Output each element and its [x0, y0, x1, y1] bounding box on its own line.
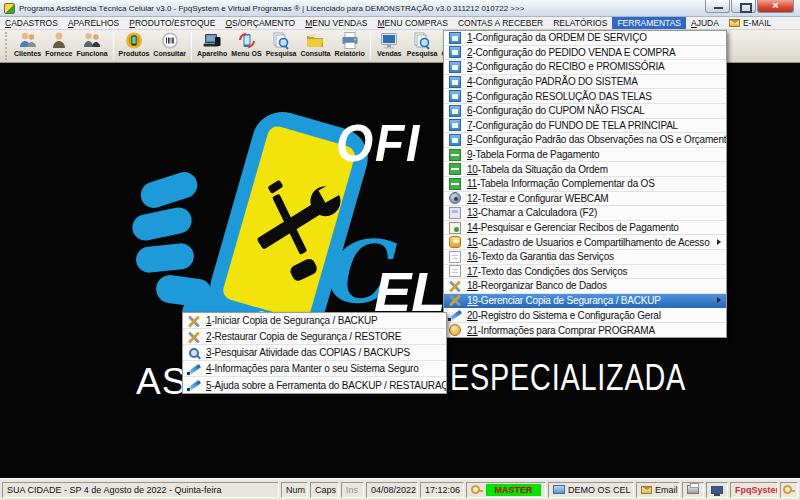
maximize-button[interactable] — [731, 0, 756, 13]
fornecedor-button[interactable]: Fornece — [43, 30, 74, 62]
menu-bar: CADASTROS APARELHOS PRODUTO/ESTOQUE OS/O… — [0, 17, 800, 30]
artwork-word-bottom-left: AS — [136, 361, 187, 403]
config-window-icon — [449, 32, 461, 44]
menu-item-gerenciar-backup[interactable]: 19-Gerenciar Copia de Segurança / BACKUP — [444, 294, 726, 309]
pen-icon — [188, 363, 200, 375]
menubar-item-relatorios[interactable]: RELATÓRIOS — [548, 17, 612, 29]
pen-icon — [188, 379, 200, 391]
users-access-icon — [449, 236, 461, 248]
window-title: Programa Assistência Técnica Celular v3.… — [19, 4, 524, 13]
menu-item-webcam[interactable]: 12-Testar e Configurar WEBCAM — [444, 192, 726, 207]
menu-item-config-pedido[interactable]: 2-Configuração do PEDIDO VENDA E COMPRA — [444, 46, 726, 61]
supplier-icon — [49, 31, 69, 50]
config-window-icon — [449, 61, 461, 73]
tools-icon — [449, 294, 461, 306]
menu-item-calculadora[interactable]: 13-Chamar a Calculadora (F2) — [444, 206, 726, 221]
menu-item-texto-garantia[interactable]: 16-Texto da Garantia das Serviços — [444, 250, 726, 265]
config-window-icon — [449, 90, 461, 102]
menubar-item-menu-vendas[interactable]: MENU VENDAS — [300, 17, 372, 29]
menu-item-config-cupom[interactable]: 6-Configuração do CUPOM NÃO FISCAL — [444, 104, 726, 119]
webcam-icon — [449, 192, 461, 204]
menu-item-config-padrao[interactable]: 4-Configuração PADRÃO DO SISTEMA — [444, 75, 726, 90]
consultar-produtos-button[interactable]: Consultar — [151, 30, 188, 62]
text-document-icon — [449, 265, 461, 277]
menu-item-config-ordem-servico[interactable]: 1-Configuração da ORDEM DE SERVIÇO — [444, 31, 726, 46]
menu-item-comprar-programa[interactable]: 21-Informações para Comprar PROGRAMA — [444, 323, 726, 338]
status-time: 17:12:06 — [420, 482, 464, 498]
menu-item-tabela-pagamento[interactable]: 9-Tabela Forma de Pagamento — [444, 148, 726, 163]
menu-item-registro-sistema[interactable]: 20-Registro do Sistema e Configuração Ge… — [444, 308, 726, 323]
devices-icon — [202, 31, 222, 50]
menu-item-cadastro-usuarios[interactable]: 15-Cadastro de Usuarios e Compartilhamen… — [444, 235, 726, 250]
table-icon — [449, 178, 461, 190]
app-window: Programa Assistência Técnica Celular v3.… — [0, 0, 800, 500]
pesquisa-os-button[interactable]: Pesquisa — [264, 30, 299, 62]
aparelho-button[interactable]: Aparelho — [195, 30, 229, 62]
status-email: Email — [636, 482, 680, 498]
menubar-item-aparelhos[interactable]: APARELHOS — [63, 17, 124, 29]
menubar-item-ferramentas[interactable]: FERRAMENTAS — [612, 17, 686, 29]
status-user-level: MASTER — [466, 482, 546, 498]
menu-item-config-resolucao[interactable]: 5-Configuração RESOLUÇÃO DAS TELAS — [444, 89, 726, 104]
search-icon — [188, 347, 200, 359]
menu-item-reorganizar-banco[interactable]: 18-Reorganizar Banco de Dados — [444, 279, 726, 294]
barcode-icon — [160, 31, 180, 50]
consulta-os-button[interactable]: Consulta — [298, 30, 332, 62]
menubar-item-menu-compras[interactable]: MENU COMPRAS — [373, 17, 453, 29]
menu-item-texto-condicoes[interactable]: 17-Texto das Condições dos Serviços — [444, 265, 726, 280]
status-numlock: Num — [281, 482, 308, 498]
funcionario-button[interactable]: Funciona — [74, 30, 109, 62]
products-icon — [124, 31, 144, 50]
tools-icon — [188, 315, 200, 327]
envelope-icon — [641, 486, 652, 494]
monitor-icon — [711, 486, 723, 494]
table-icon — [449, 149, 461, 161]
toolbar-grip[interactable] — [5, 32, 9, 60]
config-window-icon — [449, 119, 461, 131]
receipt-icon — [449, 222, 461, 234]
clients-icon — [18, 31, 38, 50]
table-icon — [449, 163, 461, 175]
submenu-item-iniciar-backup[interactable]: 1-Iniciar Copia de Segurança / BACKUP — [183, 313, 446, 329]
printer-icon — [340, 31, 360, 50]
menu-item-recibos-pagamento[interactable]: 14-Pesquisar e Gerenciar Recibos de Paga… — [444, 221, 726, 236]
status-network — [706, 482, 728, 498]
menubar-item-produto-estoque[interactable]: PRODUTO/ESTOQUE — [124, 17, 220, 29]
status-printer — [682, 482, 704, 498]
menubar-item-email[interactable]: E-MAIL — [724, 17, 776, 29]
status-insert: Ins — [341, 482, 364, 498]
clientes-button[interactable]: Clientes — [12, 30, 43, 62]
toolbar-separator — [191, 32, 192, 60]
menu-os-button[interactable]: Menu OS — [229, 30, 263, 62]
submenu-item-ajuda-backup[interactable]: 5-Ajuda sobre a Ferramenta do BACKUP / R… — [183, 377, 446, 393]
tools-icon — [188, 331, 200, 343]
submenu-item-restaurar-restore[interactable]: 2-Restaurar Copia de Segurança / RESTORE — [183, 329, 446, 345]
produtos-button[interactable]: Produtos — [117, 30, 152, 62]
menu-item-config-recibo[interactable]: 3-Configuração do RECIBO e PROMISSÓRIA — [444, 60, 726, 75]
relatorio-button[interactable]: Relatório — [332, 30, 366, 62]
menubar-item-os-orcamento[interactable]: OS/ORÇAMENTO — [220, 17, 300, 29]
menubar-item-ajuda[interactable]: AJUDA — [686, 17, 724, 29]
coin-icon — [449, 324, 461, 336]
backup-submenu: 1-Iniciar Copia de Segurança / BACKUP 2-… — [182, 312, 447, 394]
submenu-item-informacoes-seguranca[interactable]: 4-Informações para Manter o seu Sistema … — [183, 361, 446, 377]
config-window-icon — [449, 105, 461, 117]
menu-item-tabela-info-complementar[interactable]: 11-Tabela Informação Complementar da OS — [444, 177, 726, 192]
status-key — [780, 482, 798, 498]
search-documents-icon — [412, 31, 432, 50]
text-document-icon — [449, 251, 461, 263]
submenu-item-pesquisar-copias[interactable]: 3-Pesquisar Atividade das COPIAS / BACKU… — [183, 345, 446, 361]
status-bar: SUA CIDADE - SP 4 de Agosto de 2022 - Qu… — [0, 478, 800, 500]
pesquisa-vendas-button[interactable]: Pesquisa — [405, 30, 440, 62]
menu-item-config-fundo-tela[interactable]: 7-Configuração do FUNDO DE TELA PRINCIPA… — [444, 119, 726, 134]
menu-item-config-observacoes[interactable]: 8-Configuração Padrão das Observações na… — [444, 133, 726, 148]
minimize-button[interactable] — [705, 0, 730, 13]
menu-item-tabela-situacao[interactable]: 10-Tabela da Situação da Ordem — [444, 162, 726, 177]
menubar-item-cadastros[interactable]: CADASTROS — [0, 17, 63, 29]
vendas-button[interactable]: Vendas — [374, 30, 405, 62]
close-button[interactable] — [757, 0, 794, 13]
menubar-item-contas-a-receber[interactable]: CONTAS A RECEBER — [453, 17, 548, 29]
monitor-icon — [379, 31, 399, 50]
config-window-icon — [449, 46, 461, 58]
search-documents-icon — [271, 31, 291, 50]
